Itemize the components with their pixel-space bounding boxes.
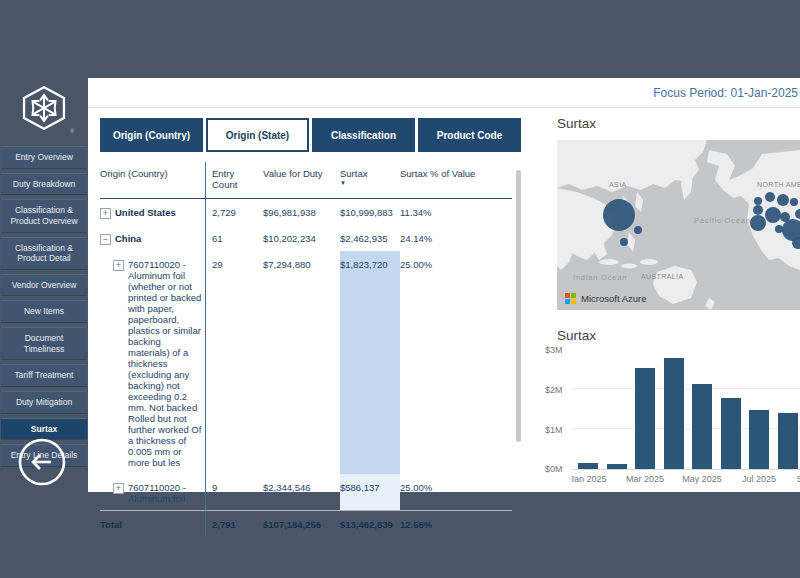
cell-surtax: $10,999,883 [340,199,400,225]
cell-surtax-highlighted: $1,823,720 [340,251,400,474]
sidebar-item-document-timeliness[interactable]: Document Timeliness [1,327,87,360]
cell-value-for-duty: $96,981,938 [263,199,340,225]
cell-entry-count: 9 [205,474,263,510]
expand-icon[interactable]: + [100,208,111,219]
map-bubble [634,226,642,234]
map-bubble [790,198,798,206]
map-label-north-america: NORTH AMERICA [757,181,800,188]
cell-entry-count: 29 [205,251,263,474]
map-label-asia: ASIA [609,181,627,188]
table-row-label: + 7607110020 - Aluminum foil (whether or… [100,251,205,474]
col-header-origin-country[interactable]: Origin (Country) [100,162,205,199]
table-row-label: + 7607110020 - Aluminum foil [100,474,205,510]
col-header-entry-count[interactable]: Entry Count [205,162,263,199]
sidebar-item-duty-mitigation[interactable]: Duty Mitigation [1,391,87,414]
company-logo-icon: ® [18,84,70,132]
expand-icon[interactable]: + [113,483,124,494]
tab-origin-state[interactable]: Origin (State) [206,118,309,152]
microsoft-logo-icon [565,293,576,304]
focus-period-label: Focus Period: 01-Jan-2025 [653,86,798,100]
sidebar-item-classification-product-detail[interactable]: Classification & Product Detail [1,237,87,270]
x-tick-label: Sep 2025 [786,474,800,484]
bar-jul-2025 [749,410,769,470]
report-canvas: Focus Period: 01-Jan-2025 Origin (Countr… [88,78,800,492]
gridline-2m [572,388,800,389]
map-bubble [603,199,635,231]
sidebar-item-duty-breakdown[interactable]: Duty Breakdown [1,173,87,196]
sidebar-item-vendor-overview[interactable]: Vendor Overview [1,274,87,297]
bar-jan-2025 [578,463,598,469]
col-header-surtax[interactable]: Surtax ▼ [340,162,400,199]
bar-aug-2025 [778,413,798,469]
focus-period-bar: Focus Period: 01-Jan-2025 [88,78,800,108]
cell-surtax-pct: 24.14% [400,225,512,251]
dashboard: ® Entry OverviewDuty BreakdownClassifica… [0,0,800,578]
tab-origin-country[interactable]: Origin (Country) [100,118,203,152]
cell-surtax-pct: 25.00% [400,474,512,510]
world-map [557,140,800,310]
bar-apr-2025 [664,358,684,469]
sidebar-item-classification-product-overview[interactable]: Classification & Product Overview [1,199,87,232]
cell-entry-count: 61 [205,225,263,251]
row-label: United States [115,207,203,218]
table-scrollbar[interactable] [516,170,521,442]
tab-classification[interactable]: Classification [312,118,415,152]
surtax-matrix: Origin (Country) Entry Count Value for D… [100,162,512,536]
sidebar-nav: Entry OverviewDuty BreakdownClassificati… [0,146,88,467]
map-title: Surtax [557,116,596,131]
bar-feb-2025 [607,464,627,469]
map-label-australia: AUSTRALIA [641,273,684,280]
col-header-surtax-label: Surtax [340,168,367,179]
row-label: China [115,233,203,244]
total-label: Total [100,510,205,536]
row-label: 7607110020 - Aluminum foil [128,482,203,504]
x-tick-label: Jan 2025 [572,474,618,484]
sidebar-item-tariff-treatment[interactable]: Tariff Treatment [1,364,87,387]
surtax-bar-chart[interactable] [572,350,800,470]
map-bubble [753,205,763,215]
cell-surtax-pct: 25.00% [400,251,512,474]
y-tick-1m: $1M [545,425,569,435]
map-bubble [620,238,628,246]
tab-product-code[interactable]: Product Code [418,118,521,152]
x-tick-label: Mar 2025 [615,474,675,484]
y-tick-3m: $3M [545,345,569,355]
table-row-label: − China [100,225,205,251]
sidebar: ® Entry OverviewDuty BreakdownClassifica… [0,0,88,578]
map-bubble [754,197,762,205]
azure-attribution-label: Microsoft Azure [581,293,646,304]
map-bubble [775,225,783,233]
map-bubble [765,207,781,223]
bar-chart-title: Surtax [557,328,596,343]
col-header-value-for-duty[interactable]: Value for Duty [263,162,340,199]
map-label-indian-ocean: Indian Ocean [573,273,627,282]
col-header-surtax-pct[interactable]: Surtax % of Value [400,162,512,199]
cell-value-for-duty: $7,294,880 [263,251,340,474]
expand-icon[interactable]: + [113,260,124,271]
cell-surtax-highlighted: $586,137 [340,474,400,510]
row-label: 7607110020 - Aluminum foil (whether or n… [128,259,203,468]
table-row-label: + United States [100,199,205,225]
cell-entry-count: 2,729 [205,199,263,225]
x-tick-label: May 2025 [672,474,732,484]
total-surtax: $13,462,839 [340,510,400,536]
total-value-for-duty: $107,184,256 [263,510,340,536]
bar-mar-2025 [635,368,655,469]
map-label-pacific-ocean: Pacific Ocean [694,216,751,225]
sidebar-item-entry-overview[interactable]: Entry Overview [1,146,87,169]
sidebar-item-new-items[interactable]: New Items [1,300,87,323]
total-surtax-pct: 12.56% [400,510,512,536]
cell-value-for-duty: $10,202,234 [263,225,340,251]
bar-may-2025 [692,384,712,469]
bar-jun-2025 [721,398,741,469]
azure-attribution: Microsoft Azure [565,293,646,304]
collapse-icon[interactable]: − [100,234,111,245]
x-axis-labels: Jan 2025Mar 2025May 2025Jul 2025Sep 2025 [572,474,800,488]
y-tick-0m: $0M [545,464,569,474]
back-button[interactable] [16,436,68,488]
total-entry-count: 2,791 [205,510,263,536]
surtax-map[interactable]: ASIA NORTH AMERICA Pacific Ocean Indian … [557,140,800,310]
cell-value-for-duty: $2,344,546 [263,474,340,510]
view-tabs: Origin (Country) Origin (State) Classifi… [100,118,521,152]
cell-surtax-pct: 11.34% [400,199,512,225]
